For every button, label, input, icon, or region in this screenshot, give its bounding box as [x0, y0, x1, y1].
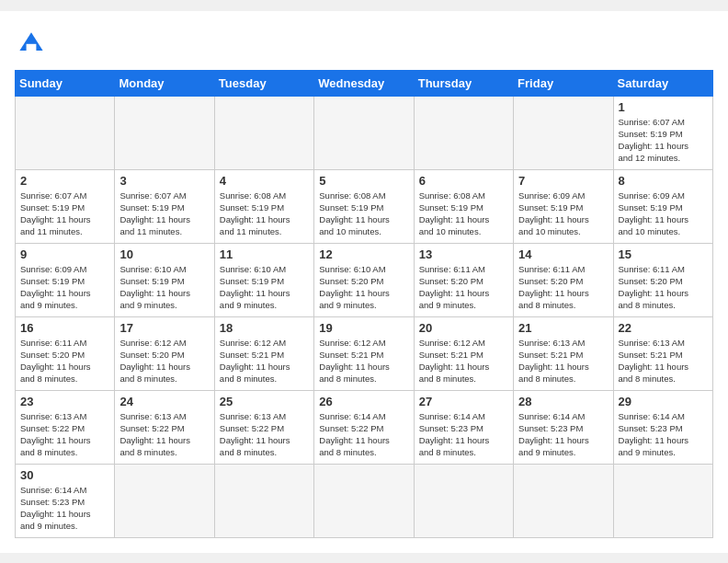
day-info: Sunrise: 6:07 AM Sunset: 5:19 PM Dayligh… — [619, 116, 708, 165]
calendar-cell — [613, 464, 712, 537]
day-info: Sunrise: 6:14 AM Sunset: 5:23 PM Dayligh… — [419, 410, 508, 459]
calendar-cell: 16Sunrise: 6:11 AM Sunset: 5:20 PM Dayli… — [16, 316, 115, 390]
day-info: Sunrise: 6:13 AM Sunset: 5:22 PM Dayligh… — [20, 410, 109, 459]
day-number: 29 — [619, 395, 708, 408]
weekday-tuesday: Tuesday — [214, 70, 313, 96]
calendar-cell: 26Sunrise: 6:14 AM Sunset: 5:22 PM Dayli… — [314, 390, 414, 464]
day-number: 7 — [518, 174, 608, 188]
calendar-cell: 29Sunrise: 6:14 AM Sunset: 5:23 PM Dayli… — [613, 390, 712, 464]
calendar-cell — [115, 96, 214, 169]
svg-rect-2 — [27, 43, 37, 50]
calendar-cell: 12Sunrise: 6:10 AM Sunset: 5:20 PM Dayli… — [314, 243, 414, 316]
day-info: Sunrise: 6:13 AM Sunset: 5:21 PM Dayligh… — [518, 337, 608, 385]
header — [15, 26, 713, 59]
calendar-cell: 8Sunrise: 6:09 AM Sunset: 5:19 PM Daylig… — [613, 169, 712, 243]
calendar-cell: 3Sunrise: 6:07 AM Sunset: 5:19 PM Daylig… — [115, 169, 214, 243]
day-number: 15 — [619, 247, 708, 261]
week-row-1: 1Sunrise: 6:07 AM Sunset: 5:19 PM Daylig… — [16, 96, 713, 169]
weekday-wednesday: Wednesday — [314, 70, 414, 96]
day-number: 9 — [20, 247, 109, 261]
day-info: Sunrise: 6:14 AM Sunset: 5:23 PM Dayligh… — [619, 410, 708, 459]
calendar-cell: 21Sunrise: 6:13 AM Sunset: 5:21 PM Dayli… — [514, 316, 613, 390]
week-row-6: 30Sunrise: 6:14 AM Sunset: 5:23 PM Dayli… — [16, 464, 713, 537]
day-info: Sunrise: 6:09 AM Sunset: 5:19 PM Dayligh… — [619, 190, 708, 238]
calendar-cell: 18Sunrise: 6:12 AM Sunset: 5:21 PM Dayli… — [214, 316, 313, 390]
calendar-cell: 19Sunrise: 6:12 AM Sunset: 5:21 PM Dayli… — [314, 316, 414, 390]
day-number: 8 — [619, 174, 708, 188]
day-number: 1 — [619, 100, 708, 114]
day-info: Sunrise: 6:11 AM Sunset: 5:20 PM Dayligh… — [619, 263, 708, 312]
day-number: 30 — [20, 468, 109, 482]
weekday-thursday: Thursday — [414, 70, 513, 96]
day-info: Sunrise: 6:10 AM Sunset: 5:19 PM Dayligh… — [119, 263, 209, 312]
day-info: Sunrise: 6:08 AM Sunset: 5:19 PM Dayligh… — [419, 190, 508, 238]
day-number: 24 — [119, 395, 209, 408]
week-row-2: 2Sunrise: 6:07 AM Sunset: 5:19 PM Daylig… — [16, 169, 713, 243]
day-info: Sunrise: 6:14 AM Sunset: 5:23 PM Dayligh… — [20, 484, 109, 533]
week-row-3: 9Sunrise: 6:09 AM Sunset: 5:19 PM Daylig… — [16, 243, 713, 316]
day-number: 14 — [518, 247, 608, 261]
day-info: Sunrise: 6:11 AM Sunset: 5:20 PM Dayligh… — [419, 263, 508, 312]
calendar-cell: 23Sunrise: 6:13 AM Sunset: 5:22 PM Dayli… — [16, 390, 115, 464]
day-info: Sunrise: 6:07 AM Sunset: 5:19 PM Dayligh… — [20, 190, 109, 238]
day-info: Sunrise: 6:09 AM Sunset: 5:19 PM Dayligh… — [20, 263, 109, 312]
calendar-cell — [514, 464, 613, 537]
calendar-cell: 14Sunrise: 6:11 AM Sunset: 5:20 PM Dayli… — [514, 243, 613, 316]
calendar-cell: 1Sunrise: 6:07 AM Sunset: 5:19 PM Daylig… — [613, 96, 712, 169]
day-info: Sunrise: 6:12 AM Sunset: 5:21 PM Dayligh… — [419, 337, 508, 385]
calendar-cell: 11Sunrise: 6:10 AM Sunset: 5:19 PM Dayli… — [214, 243, 313, 316]
day-number: 28 — [518, 395, 608, 408]
calendar-cell — [16, 96, 115, 169]
day-info: Sunrise: 6:11 AM Sunset: 5:20 PM Dayligh… — [518, 263, 608, 312]
day-info: Sunrise: 6:10 AM Sunset: 5:20 PM Dayligh… — [319, 263, 408, 312]
day-number: 20 — [419, 321, 508, 335]
day-number: 17 — [119, 321, 209, 335]
day-number: 6 — [419, 174, 508, 188]
day-number: 10 — [119, 247, 209, 261]
calendar-cell — [115, 464, 214, 537]
weekday-sunday: Sunday — [16, 70, 115, 96]
calendar-cell — [414, 464, 513, 537]
calendar-cell: 5Sunrise: 6:08 AM Sunset: 5:19 PM Daylig… — [314, 169, 414, 243]
weekday-header-row: SundayMondayTuesdayWednesdayThursdayFrid… — [16, 70, 713, 96]
day-info: Sunrise: 6:13 AM Sunset: 5:22 PM Dayligh… — [119, 410, 209, 459]
day-info: Sunrise: 6:12 AM Sunset: 5:20 PM Dayligh… — [119, 337, 209, 385]
day-info: Sunrise: 6:11 AM Sunset: 5:20 PM Dayligh… — [20, 337, 109, 385]
day-number: 2 — [20, 174, 109, 188]
calendar-cell: 6Sunrise: 6:08 AM Sunset: 5:19 PM Daylig… — [414, 169, 513, 243]
day-number: 18 — [220, 321, 309, 335]
calendar-cell: 17Sunrise: 6:12 AM Sunset: 5:20 PM Dayli… — [115, 316, 214, 390]
calendar-cell — [314, 464, 414, 537]
calendar-cell: 2Sunrise: 6:07 AM Sunset: 5:19 PM Daylig… — [16, 169, 115, 243]
calendar-cell — [414, 96, 513, 169]
calendar-container: SundayMondayTuesdayWednesdayThursdayFrid… — [0, 11, 728, 553]
week-row-4: 16Sunrise: 6:11 AM Sunset: 5:20 PM Dayli… — [16, 316, 713, 390]
day-info: Sunrise: 6:09 AM Sunset: 5:19 PM Dayligh… — [518, 190, 608, 238]
calendar-cell: 20Sunrise: 6:12 AM Sunset: 5:21 PM Dayli… — [414, 316, 513, 390]
day-info: Sunrise: 6:10 AM Sunset: 5:19 PM Dayligh… — [220, 263, 309, 312]
day-number: 27 — [419, 395, 508, 408]
day-info: Sunrise: 6:07 AM Sunset: 5:19 PM Dayligh… — [119, 190, 209, 238]
day-number: 25 — [220, 395, 309, 408]
calendar-cell: 13Sunrise: 6:11 AM Sunset: 5:20 PM Dayli… — [414, 243, 513, 316]
weekday-saturday: Saturday — [613, 70, 712, 96]
calendar-cell: 9Sunrise: 6:09 AM Sunset: 5:19 PM Daylig… — [16, 243, 115, 316]
day-info: Sunrise: 6:14 AM Sunset: 5:23 PM Dayligh… — [518, 410, 608, 459]
logo-icon — [15, 26, 48, 59]
day-number: 23 — [20, 395, 109, 408]
calendar-cell: 22Sunrise: 6:13 AM Sunset: 5:21 PM Dayli… — [613, 316, 712, 390]
calendar-table: SundayMondayTuesdayWednesdayThursdayFrid… — [15, 70, 713, 538]
calendar-cell — [214, 464, 313, 537]
calendar-cell — [214, 96, 313, 169]
day-number: 4 — [220, 174, 309, 188]
day-info: Sunrise: 6:13 AM Sunset: 5:21 PM Dayligh… — [619, 337, 708, 385]
day-info: Sunrise: 6:12 AM Sunset: 5:21 PM Dayligh… — [220, 337, 309, 385]
calendar-cell: 30Sunrise: 6:14 AM Sunset: 5:23 PM Dayli… — [16, 464, 115, 537]
day-number: 11 — [220, 247, 309, 261]
day-number: 3 — [119, 174, 209, 188]
calendar-cell: 28Sunrise: 6:14 AM Sunset: 5:23 PM Dayli… — [514, 390, 613, 464]
day-number: 12 — [319, 247, 408, 261]
calendar-cell — [514, 96, 613, 169]
day-number: 5 — [319, 174, 408, 188]
logo — [15, 26, 53, 59]
